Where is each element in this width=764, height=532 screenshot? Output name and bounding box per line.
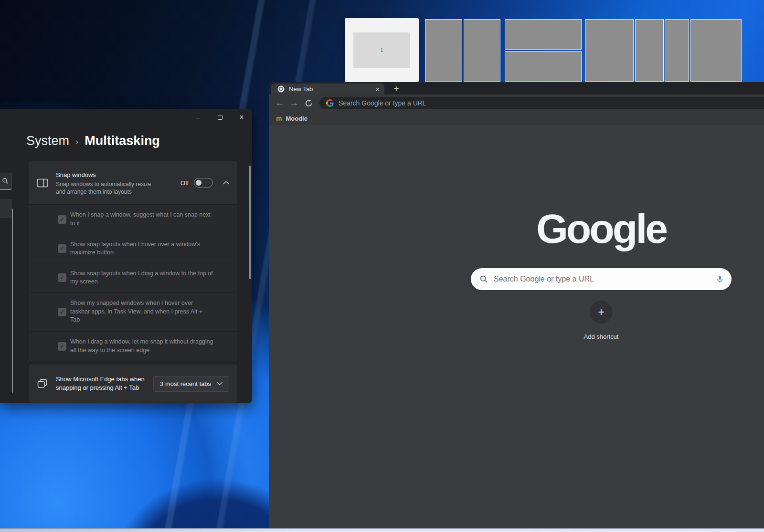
snap-option-label: Show snap layouts when I hover over a wi… (70, 240, 213, 257)
desktop-screen: 1 New Tab × + (0, 0, 764, 532)
search-icon (479, 275, 488, 283)
snap-windows-controls: Off (180, 178, 237, 188)
snap-option-label: Show my snapped windows when I hover ove… (70, 299, 213, 324)
snap-windows-row[interactable]: Snap windows Snap windows to automatical… (29, 161, 237, 204)
edge-tabs-icon (29, 379, 56, 388)
browser-window: New Tab × + ← → Search Goo (269, 82, 764, 529)
snap-option-row[interactable]: ✓ Show snap layouts when I drag a window… (29, 263, 237, 292)
snap-pane[interactable] (690, 19, 742, 82)
snap-option-row[interactable]: ✓ Show my snapped windows when I hover o… (29, 292, 237, 331)
snap-layout-wide-left[interactable] (585, 19, 664, 82)
breadcrumb-separator-icon: › (75, 135, 78, 147)
maximize-icon (218, 115, 223, 120)
settings-nav-selected-item[interactable] (0, 199, 12, 218)
ntp-search-box[interactable] (471, 268, 732, 290)
snap-option-row[interactable]: ✓ When I snap a window, suggest what I c… (29, 204, 237, 234)
edge-tabs-row[interactable]: Show Microsoft Edge tabs when snapping o… (29, 365, 237, 403)
snap-active-window-preview[interactable]: 1 (345, 18, 419, 82)
page-title: Multitasking (85, 134, 160, 148)
toggle-state-label: Off (180, 179, 189, 187)
search-icon (2, 177, 9, 184)
snap-option-label: When I drag a window, let me snap it wit… (70, 338, 213, 355)
snap-pane[interactable] (635, 19, 664, 82)
settings-content: Snap windows Snap windows to automatical… (29, 161, 237, 403)
snap-windows-text: Snap windows Snap windows to automatical… (56, 170, 180, 196)
breadcrumb: System › Multitasking (26, 134, 160, 148)
chevron-up-icon[interactable] (223, 181, 229, 185)
snap-window-number: 1 (381, 48, 383, 53)
new-tab-page: Google + Add shortcut (269, 125, 764, 529)
snap-layout-two-rows[interactable] (505, 19, 582, 82)
add-shortcut-label: Add shortcut (269, 333, 764, 340)
snap-option-row[interactable]: ✓ Show snap layouts when I hover over a … (29, 234, 237, 263)
snap-pane[interactable] (425, 19, 462, 82)
browser-toolbar: ← → Search Google or type a URL (269, 94, 764, 112)
google-g-icon (326, 99, 334, 107)
forward-icon[interactable]: → (287, 98, 301, 108)
settings-nav-scrollbar[interactable] (12, 209, 13, 393)
snap-windows-description: Snap windows to automatically resize and… (56, 180, 157, 196)
window-close-button[interactable]: × (236, 113, 247, 122)
checkbox-checked[interactable]: ✓ (58, 244, 66, 253)
new-tab-button[interactable]: + (390, 83, 403, 94)
edge-tabs-title: Show Microsoft Edge tabs when snapping o… (56, 375, 153, 392)
microphone-icon[interactable] (716, 275, 724, 283)
bookmark-label: Moodle (286, 115, 308, 122)
snap-pane[interactable] (585, 19, 634, 82)
snap-windows-toggle[interactable] (194, 178, 213, 188)
edge-tabs-dropdown[interactable]: 3 most recent tabs (153, 376, 229, 392)
moodle-favicon-icon: m (276, 115, 282, 122)
settings-search-box[interactable] (0, 173, 12, 190)
window-minimize-button[interactable]: – (193, 113, 203, 122)
breadcrumb-system[interactable]: System (26, 134, 69, 148)
checkbox-checked[interactable]: ✓ (58, 215, 66, 224)
back-icon[interactable]: ← (273, 98, 287, 108)
window-maximize-button[interactable] (215, 113, 225, 122)
snap-windows-title: Snap windows (56, 171, 180, 178)
dropdown-value: 3 most recent tabs (160, 380, 211, 387)
chrome-favicon-icon (277, 85, 285, 93)
snap-option-row[interactable]: ✓ When I drag a window, let me snap it w… (29, 331, 237, 361)
browser-tab-new-tab[interactable]: New Tab × (271, 83, 384, 94)
chevron-down-icon (217, 382, 223, 386)
snap-pane[interactable] (505, 51, 582, 82)
reload-icon[interactable] (301, 99, 316, 107)
ntp-search-input[interactable] (494, 275, 716, 283)
add-shortcut-button[interactable]: + (590, 301, 613, 323)
snap-pane[interactable] (464, 19, 501, 82)
address-bar[interactable]: Search Google or type a URL (319, 97, 764, 109)
bookmarks-bar: m Moodle (269, 112, 764, 125)
tab-title: New Tab (289, 85, 375, 93)
snap-pane[interactable] (505, 19, 582, 50)
google-logo: Google (269, 205, 764, 252)
toggle-knob (196, 180, 202, 186)
bookmark-moodle[interactable]: m Moodle (276, 115, 308, 122)
taskbar[interactable] (0, 528, 764, 532)
checkbox-checked[interactable]: ✓ (58, 342, 66, 351)
checkbox-checked[interactable]: ✓ (58, 273, 66, 282)
address-bar-placeholder: Search Google or type a URL (339, 99, 426, 107)
snap-option-label: Show snap layouts when I drag a window t… (70, 270, 213, 286)
snap-layout-two-columns[interactable] (425, 19, 500, 82)
tab-close-icon[interactable]: × (375, 85, 380, 93)
snap-option-label: When I snap a window, suggest what I can… (70, 211, 213, 228)
checkbox-checked[interactable]: ✓ (58, 308, 66, 316)
snap-window-thumbnail: 1 (353, 32, 410, 68)
browser-tab-strip: New Tab × + (269, 82, 764, 94)
snap-pane[interactable] (665, 19, 689, 82)
snap-windows-icon (29, 178, 56, 188)
snap-layout-wide-right[interactable] (665, 19, 742, 82)
settings-scrollbar[interactable] (249, 166, 251, 279)
settings-window: – × System › Multitasking (0, 109, 252, 403)
